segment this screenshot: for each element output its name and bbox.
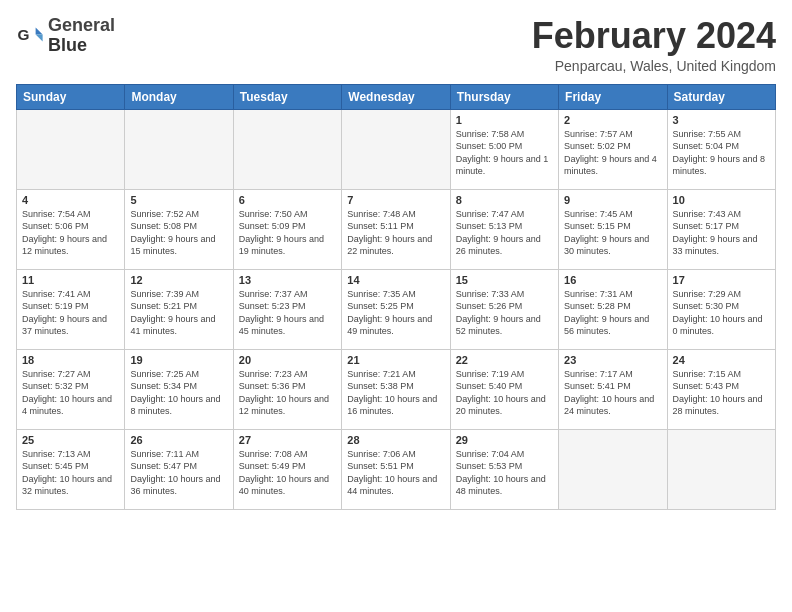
calendar-cell: 28Sunrise: 7:06 AMSunset: 5:51 PMDayligh…	[342, 429, 450, 509]
week-row: 18Sunrise: 7:27 AMSunset: 5:32 PMDayligh…	[17, 349, 776, 429]
day-info: Sunrise: 7:13 AMSunset: 5:45 PMDaylight:…	[22, 448, 119, 498]
day-number: 29	[456, 434, 553, 446]
day-number: 13	[239, 274, 336, 286]
calendar-cell: 21Sunrise: 7:21 AMSunset: 5:38 PMDayligh…	[342, 349, 450, 429]
day-info: Sunrise: 7:04 AMSunset: 5:53 PMDaylight:…	[456, 448, 553, 498]
day-number: 9	[564, 194, 661, 206]
week-row: 25Sunrise: 7:13 AMSunset: 5:45 PMDayligh…	[17, 429, 776, 509]
calendar-cell: 6Sunrise: 7:50 AMSunset: 5:09 PMDaylight…	[233, 189, 341, 269]
weekday-header: Tuesday	[233, 84, 341, 109]
day-number: 15	[456, 274, 553, 286]
calendar-cell	[559, 429, 667, 509]
month-title: February 2024	[532, 16, 776, 56]
svg-marker-2	[36, 34, 43, 41]
day-number: 24	[673, 354, 770, 366]
day-number: 26	[130, 434, 227, 446]
weekday-header: Sunday	[17, 84, 125, 109]
day-number: 5	[130, 194, 227, 206]
day-number: 10	[673, 194, 770, 206]
day-info: Sunrise: 7:43 AMSunset: 5:17 PMDaylight:…	[673, 208, 770, 258]
calendar-cell: 29Sunrise: 7:04 AMSunset: 5:53 PMDayligh…	[450, 429, 558, 509]
calendar-body: 1Sunrise: 7:58 AMSunset: 5:00 PMDaylight…	[17, 109, 776, 509]
calendar-header: SundayMondayTuesdayWednesdayThursdayFrid…	[17, 84, 776, 109]
weekday-header: Thursday	[450, 84, 558, 109]
day-info: Sunrise: 7:50 AMSunset: 5:09 PMDaylight:…	[239, 208, 336, 258]
calendar-cell: 14Sunrise: 7:35 AMSunset: 5:25 PMDayligh…	[342, 269, 450, 349]
calendar-cell	[667, 429, 775, 509]
day-info: Sunrise: 7:55 AMSunset: 5:04 PMDaylight:…	[673, 128, 770, 178]
day-info: Sunrise: 7:47 AMSunset: 5:13 PMDaylight:…	[456, 208, 553, 258]
page-header: G General Blue February 2024 Penparcau, …	[16, 16, 776, 74]
weekday-row: SundayMondayTuesdayWednesdayThursdayFrid…	[17, 84, 776, 109]
calendar-cell: 15Sunrise: 7:33 AMSunset: 5:26 PMDayligh…	[450, 269, 558, 349]
day-number: 4	[22, 194, 119, 206]
day-info: Sunrise: 7:41 AMSunset: 5:19 PMDaylight:…	[22, 288, 119, 338]
calendar-cell	[125, 109, 233, 189]
calendar-cell: 25Sunrise: 7:13 AMSunset: 5:45 PMDayligh…	[17, 429, 125, 509]
day-info: Sunrise: 7:19 AMSunset: 5:40 PMDaylight:…	[456, 368, 553, 418]
day-number: 20	[239, 354, 336, 366]
day-info: Sunrise: 7:57 AMSunset: 5:02 PMDaylight:…	[564, 128, 661, 178]
calendar-cell: 9Sunrise: 7:45 AMSunset: 5:15 PMDaylight…	[559, 189, 667, 269]
day-info: Sunrise: 7:35 AMSunset: 5:25 PMDaylight:…	[347, 288, 444, 338]
calendar-cell: 16Sunrise: 7:31 AMSunset: 5:28 PMDayligh…	[559, 269, 667, 349]
day-info: Sunrise: 7:27 AMSunset: 5:32 PMDaylight:…	[22, 368, 119, 418]
day-info: Sunrise: 7:21 AMSunset: 5:38 PMDaylight:…	[347, 368, 444, 418]
week-row: 1Sunrise: 7:58 AMSunset: 5:00 PMDaylight…	[17, 109, 776, 189]
calendar-cell: 23Sunrise: 7:17 AMSunset: 5:41 PMDayligh…	[559, 349, 667, 429]
day-number: 6	[239, 194, 336, 206]
day-info: Sunrise: 7:58 AMSunset: 5:00 PMDaylight:…	[456, 128, 553, 178]
calendar-cell: 19Sunrise: 7:25 AMSunset: 5:34 PMDayligh…	[125, 349, 233, 429]
day-number: 3	[673, 114, 770, 126]
calendar-cell: 7Sunrise: 7:48 AMSunset: 5:11 PMDaylight…	[342, 189, 450, 269]
day-info: Sunrise: 7:39 AMSunset: 5:21 PMDaylight:…	[130, 288, 227, 338]
day-number: 25	[22, 434, 119, 446]
day-number: 18	[22, 354, 119, 366]
calendar-cell: 11Sunrise: 7:41 AMSunset: 5:19 PMDayligh…	[17, 269, 125, 349]
day-info: Sunrise: 7:31 AMSunset: 5:28 PMDaylight:…	[564, 288, 661, 338]
calendar-cell: 13Sunrise: 7:37 AMSunset: 5:23 PMDayligh…	[233, 269, 341, 349]
week-row: 4Sunrise: 7:54 AMSunset: 5:06 PMDaylight…	[17, 189, 776, 269]
calendar-cell: 1Sunrise: 7:58 AMSunset: 5:00 PMDaylight…	[450, 109, 558, 189]
logo-line1: General	[48, 16, 115, 36]
day-info: Sunrise: 7:45 AMSunset: 5:15 PMDaylight:…	[564, 208, 661, 258]
day-info: Sunrise: 7:15 AMSunset: 5:43 PMDaylight:…	[673, 368, 770, 418]
logo: G General Blue	[16, 16, 115, 56]
day-info: Sunrise: 7:06 AMSunset: 5:51 PMDaylight:…	[347, 448, 444, 498]
day-number: 14	[347, 274, 444, 286]
title-block: February 2024 Penparcau, Wales, United K…	[532, 16, 776, 74]
calendar-cell: 5Sunrise: 7:52 AMSunset: 5:08 PMDaylight…	[125, 189, 233, 269]
day-info: Sunrise: 7:25 AMSunset: 5:34 PMDaylight:…	[130, 368, 227, 418]
calendar-cell	[233, 109, 341, 189]
calendar-cell: 26Sunrise: 7:11 AMSunset: 5:47 PMDayligh…	[125, 429, 233, 509]
day-number: 28	[347, 434, 444, 446]
calendar-cell	[342, 109, 450, 189]
day-info: Sunrise: 7:33 AMSunset: 5:26 PMDaylight:…	[456, 288, 553, 338]
calendar-cell: 4Sunrise: 7:54 AMSunset: 5:06 PMDaylight…	[17, 189, 125, 269]
calendar-cell: 2Sunrise: 7:57 AMSunset: 5:02 PMDaylight…	[559, 109, 667, 189]
calendar-cell	[17, 109, 125, 189]
day-info: Sunrise: 7:17 AMSunset: 5:41 PMDaylight:…	[564, 368, 661, 418]
svg-text:G: G	[17, 26, 29, 43]
calendar-cell: 17Sunrise: 7:29 AMSunset: 5:30 PMDayligh…	[667, 269, 775, 349]
day-number: 2	[564, 114, 661, 126]
day-number: 27	[239, 434, 336, 446]
day-number: 16	[564, 274, 661, 286]
calendar-cell: 12Sunrise: 7:39 AMSunset: 5:21 PMDayligh…	[125, 269, 233, 349]
day-info: Sunrise: 7:23 AMSunset: 5:36 PMDaylight:…	[239, 368, 336, 418]
calendar-cell: 3Sunrise: 7:55 AMSunset: 5:04 PMDaylight…	[667, 109, 775, 189]
day-info: Sunrise: 7:37 AMSunset: 5:23 PMDaylight:…	[239, 288, 336, 338]
day-number: 8	[456, 194, 553, 206]
day-info: Sunrise: 7:11 AMSunset: 5:47 PMDaylight:…	[130, 448, 227, 498]
logo-icon: G	[16, 22, 44, 50]
weekday-header: Friday	[559, 84, 667, 109]
day-info: Sunrise: 7:29 AMSunset: 5:30 PMDaylight:…	[673, 288, 770, 338]
logo-text: General Blue	[48, 16, 115, 56]
logo-line2: Blue	[48, 36, 115, 56]
day-info: Sunrise: 7:52 AMSunset: 5:08 PMDaylight:…	[130, 208, 227, 258]
calendar-cell: 8Sunrise: 7:47 AMSunset: 5:13 PMDaylight…	[450, 189, 558, 269]
svg-marker-1	[36, 27, 43, 34]
day-number: 1	[456, 114, 553, 126]
calendar-cell: 10Sunrise: 7:43 AMSunset: 5:17 PMDayligh…	[667, 189, 775, 269]
day-number: 12	[130, 274, 227, 286]
